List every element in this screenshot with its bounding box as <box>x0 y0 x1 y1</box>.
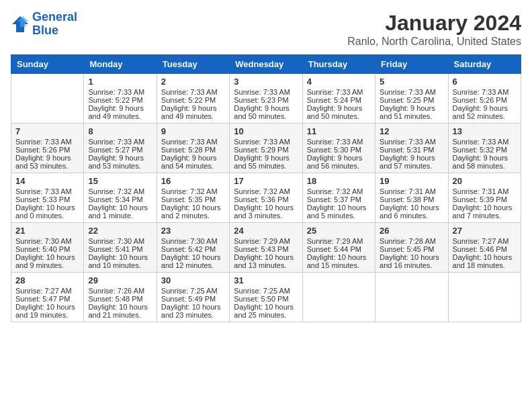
daylight-text: Daylight: 9 hours and 53 minutes. <box>15 154 79 170</box>
sunrise-text: Sunrise: 7:31 AM <box>380 187 443 195</box>
sunset-text: Sunset: 5:28 PM <box>161 146 225 154</box>
calendar-day-cell: 19Sunrise: 7:31 AMSunset: 5:38 PMDayligh… <box>375 173 448 223</box>
day-number: 2 <box>161 77 225 87</box>
sunrise-text: Sunrise: 7:33 AM <box>88 88 152 96</box>
sunset-text: Sunset: 5:24 PM <box>307 96 371 104</box>
daylight-text: Daylight: 10 hours and 10 minutes. <box>88 253 152 269</box>
daylight-text: Daylight: 10 hours and 5 minutes. <box>307 203 371 220</box>
calendar-day-cell: 1Sunrise: 7:33 AMSunset: 5:22 PMDaylight… <box>84 74 157 124</box>
calendar-day-cell: 30Sunrise: 7:25 AMSunset: 5:49 PMDayligh… <box>157 273 229 322</box>
calendar-day-cell: 9Sunrise: 7:33 AMSunset: 5:28 PMDaylight… <box>157 124 229 173</box>
day-number: 22 <box>88 226 152 236</box>
sunrise-text: Sunrise: 7:28 AM <box>380 237 443 245</box>
sunset-text: Sunset: 5:43 PM <box>234 245 298 253</box>
daylight-text: Daylight: 9 hours and 52 minutes. <box>453 104 517 120</box>
sunrise-text: Sunrise: 7:33 AM <box>161 88 225 96</box>
sunrise-text: Sunrise: 7:33 AM <box>453 138 517 146</box>
sunset-text: Sunset: 5:27 PM <box>88 146 152 154</box>
sunset-text: Sunset: 5:41 PM <box>88 245 152 253</box>
calendar-day-cell <box>302 273 375 322</box>
day-number: 21 <box>15 226 79 236</box>
day-number: 29 <box>88 275 152 285</box>
day-number: 10 <box>234 126 298 136</box>
logo-line1: General <box>32 10 77 24</box>
day-number: 17 <box>234 176 298 186</box>
sunset-text: Sunset: 5:40 PM <box>15 245 79 253</box>
day-number: 27 <box>453 226 517 236</box>
day-number: 14 <box>15 176 79 186</box>
calendar-day-cell: 15Sunrise: 7:32 AMSunset: 5:34 PMDayligh… <box>84 173 157 223</box>
sunrise-text: Sunrise: 7:33 AM <box>307 138 371 146</box>
calendar-day-cell: 3Sunrise: 7:33 AMSunset: 5:23 PMDaylight… <box>230 74 302 124</box>
daylight-text: Daylight: 10 hours and 25 minutes. <box>234 303 298 319</box>
calendar-week-row: 1Sunrise: 7:33 AMSunset: 5:22 PMDaylight… <box>11 74 521 124</box>
day-number: 16 <box>161 176 225 186</box>
daylight-text: Daylight: 9 hours and 50 minutes. <box>307 104 371 120</box>
calendar-day-cell: 28Sunrise: 7:27 AMSunset: 5:47 PMDayligh… <box>11 273 84 322</box>
day-number: 30 <box>161 275 225 285</box>
sunrise-text: Sunrise: 7:25 AM <box>234 287 298 295</box>
daylight-text: Daylight: 10 hours and 12 minutes. <box>161 253 225 269</box>
day-number: 1 <box>88 77 152 87</box>
sunrise-text: Sunrise: 7:29 AM <box>234 237 298 245</box>
sunset-text: Sunset: 5:44 PM <box>307 245 371 253</box>
sunrise-text: Sunrise: 7:25 AM <box>161 287 225 295</box>
sunset-text: Sunset: 5:45 PM <box>380 245 443 253</box>
daylight-text: Daylight: 10 hours and 15 minutes. <box>307 253 371 269</box>
daylight-text: Daylight: 10 hours and 21 minutes. <box>88 303 152 319</box>
sunset-text: Sunset: 5:46 PM <box>453 245 517 253</box>
day-number: 7 <box>15 126 79 136</box>
calendar-week-row: 7Sunrise: 7:33 AMSunset: 5:26 PMDaylight… <box>11 124 521 173</box>
sunset-text: Sunset: 5:35 PM <box>161 195 225 203</box>
calendar-day-cell: 26Sunrise: 7:28 AMSunset: 5:45 PMDayligh… <box>375 223 448 273</box>
daylight-text: Daylight: 10 hours and 13 minutes. <box>234 253 298 269</box>
sunset-text: Sunset: 5:32 PM <box>453 146 517 154</box>
calendar-header-row: SundayMondayTuesdayWednesdayThursdayFrid… <box>11 55 521 74</box>
sunrise-text: Sunrise: 7:33 AM <box>161 138 225 146</box>
sunrise-text: Sunrise: 7:32 AM <box>88 187 152 195</box>
page-subtitle: Ranlo, North Carolina, United States <box>347 36 521 48</box>
daylight-text: Daylight: 9 hours and 54 minutes. <box>161 154 225 170</box>
calendar-day-cell: 16Sunrise: 7:32 AMSunset: 5:35 PMDayligh… <box>157 173 229 223</box>
daylight-text: Daylight: 10 hours and 2 minutes. <box>161 203 225 220</box>
day-number: 20 <box>453 176 517 186</box>
calendar-day-cell: 5Sunrise: 7:33 AMSunset: 5:25 PMDaylight… <box>375 74 448 124</box>
sunset-text: Sunset: 5:42 PM <box>161 245 225 253</box>
calendar-table: SundayMondayTuesdayWednesdayThursdayFrid… <box>11 54 521 322</box>
sunrise-text: Sunrise: 7:33 AM <box>15 187 79 195</box>
calendar-day-cell: 10Sunrise: 7:33 AMSunset: 5:29 PMDayligh… <box>230 124 302 173</box>
daylight-text: Daylight: 9 hours and 56 minutes. <box>307 154 371 170</box>
daylight-text: Daylight: 9 hours and 57 minutes. <box>380 154 443 170</box>
sunrise-text: Sunrise: 7:30 AM <box>88 237 152 245</box>
logo-line2: Blue <box>32 24 58 37</box>
calendar-day-cell: 29Sunrise: 7:26 AMSunset: 5:48 PMDayligh… <box>84 273 157 322</box>
sunset-text: Sunset: 5:22 PM <box>161 96 225 104</box>
day-number: 5 <box>380 77 443 87</box>
day-number: 3 <box>234 77 298 87</box>
sunrise-text: Sunrise: 7:33 AM <box>307 88 371 96</box>
sunset-text: Sunset: 5:38 PM <box>380 195 443 203</box>
weekday-header: Thursday <box>302 55 375 74</box>
sunset-text: Sunset: 5:48 PM <box>88 295 152 303</box>
daylight-text: Daylight: 9 hours and 51 minutes. <box>380 104 443 120</box>
day-number: 28 <box>15 275 79 285</box>
sunset-text: Sunset: 5:26 PM <box>453 96 517 104</box>
sunrise-text: Sunrise: 7:32 AM <box>307 187 371 195</box>
title-block: January 2024 Ranlo, North Carolina, Unit… <box>347 11 521 48</box>
sunset-text: Sunset: 5:22 PM <box>88 96 152 104</box>
calendar-day-cell <box>375 273 448 322</box>
sunset-text: Sunset: 5:23 PM <box>234 96 298 104</box>
daylight-text: Daylight: 10 hours and 19 minutes. <box>15 303 79 319</box>
sunrise-text: Sunrise: 7:32 AM <box>161 187 225 195</box>
sunrise-text: Sunrise: 7:31 AM <box>453 187 517 195</box>
calendar-day-cell: 8Sunrise: 7:33 AMSunset: 5:27 PMDaylight… <box>84 124 157 173</box>
sunrise-text: Sunrise: 7:33 AM <box>234 138 298 146</box>
sunrise-text: Sunrise: 7:30 AM <box>15 237 79 245</box>
logo-text: General Blue <box>32 11 77 38</box>
day-number: 25 <box>307 226 371 236</box>
calendar-day-cell: 22Sunrise: 7:30 AMSunset: 5:41 PMDayligh… <box>84 223 157 273</box>
calendar-day-cell: 24Sunrise: 7:29 AMSunset: 5:43 PMDayligh… <box>230 223 302 273</box>
calendar-day-cell: 31Sunrise: 7:25 AMSunset: 5:50 PMDayligh… <box>230 273 302 322</box>
sunset-text: Sunset: 5:30 PM <box>307 146 371 154</box>
sunrise-text: Sunrise: 7:27 AM <box>453 237 517 245</box>
